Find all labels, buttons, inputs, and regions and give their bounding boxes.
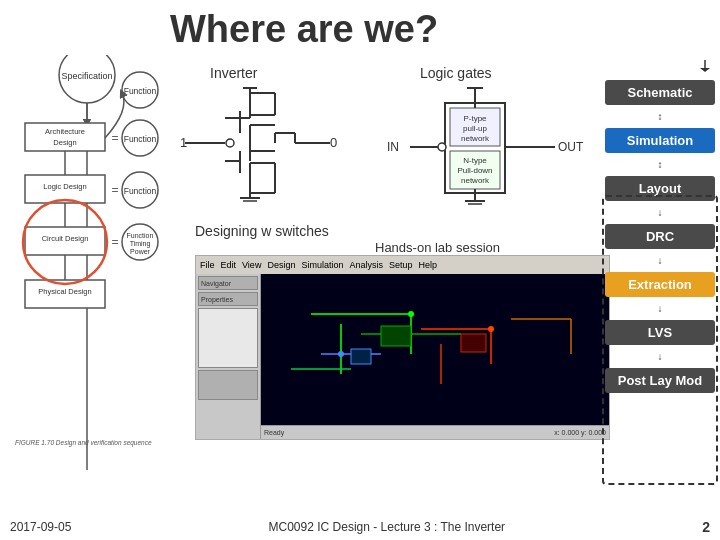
date-label: 2017-09-05 [10, 520, 71, 534]
svg-text:FIGURE 1.70  Design and verifi: FIGURE 1.70 Design and verification sequ… [15, 439, 152, 447]
svg-text:Specification: Specification [61, 71, 112, 81]
course-label: MC0092 IC Design - Lecture 3 : The Inver… [269, 520, 506, 534]
svg-text:=: = [111, 131, 118, 145]
step-lvs: LVS [605, 320, 715, 345]
svg-text:Logic Design: Logic Design [43, 182, 86, 191]
svg-text:network: network [461, 134, 490, 143]
designing-label: Designing w switches [195, 223, 329, 239]
screenshot-sidebar: Navigator Properties [196, 274, 261, 439]
svg-text:Function: Function [124, 86, 157, 96]
svg-text:Timing: Timing [130, 240, 151, 248]
logic-gates-label: Logic gates [420, 65, 492, 81]
svg-point-93 [338, 351, 344, 357]
bottom-bar: 2017-09-05 MC0092 IC Design - Lecture 3 … [10, 519, 710, 535]
svg-text:P-type: P-type [463, 114, 487, 123]
svg-text:OUT: OUT [558, 140, 584, 154]
svg-text:Physical Design: Physical Design [38, 287, 91, 296]
svg-text:1: 1 [180, 135, 187, 150]
circuit-canvas [261, 274, 609, 425]
svg-text:network: network [461, 176, 490, 185]
svg-rect-89 [461, 334, 486, 352]
svg-rect-79 [261, 274, 609, 425]
svg-rect-90 [351, 349, 371, 364]
svg-point-43 [226, 139, 234, 147]
step-schematic: Schematic [605, 80, 715, 105]
inverter-label: Inverter [210, 65, 257, 81]
step-postlay: Post Lay Mod [605, 368, 715, 393]
step-simulation: Simulation [605, 128, 715, 153]
step-extraction: Extraction [605, 272, 715, 297]
step-drc: DRC [605, 224, 715, 249]
svg-marker-98 [700, 68, 710, 72]
svg-text:Pull-down: Pull-down [457, 166, 492, 175]
svg-point-91 [408, 311, 414, 317]
step-layout: Layout [605, 176, 715, 201]
right-sidebar: Schematic ↕ Simulation ↕ Layout ↓ DRC ↓ … [600, 55, 720, 398]
svg-rect-88 [381, 326, 411, 346]
svg-text:IN: IN [387, 140, 399, 154]
page-title: Where are we? [170, 8, 438, 51]
svg-text:Circuit Design: Circuit Design [42, 234, 89, 243]
svg-text:Function: Function [124, 186, 157, 196]
svg-text:=: = [111, 183, 118, 197]
svg-text:Design: Design [53, 138, 76, 147]
svg-text:Function: Function [124, 134, 157, 144]
svg-text:Architecture: Architecture [45, 127, 85, 136]
screenshot-toolbar: FileEditViewDesignSimulationAnalysisSetu… [196, 256, 609, 274]
svg-text:pull-up: pull-up [463, 124, 488, 133]
screenshot-status-bar: Ready x: 0.000 y: 0.000 [261, 425, 609, 439]
center-area: Inverter Logic gates 1 0 [165, 55, 655, 475]
svg-text:0: 0 [330, 135, 337, 150]
eda-screenshot: FileEditViewDesignSimulationAnalysisSetu… [195, 255, 610, 440]
svg-point-92 [488, 326, 494, 332]
svg-text:Power: Power [130, 248, 151, 255]
page-number: 2 [702, 519, 710, 535]
svg-text:=: = [111, 235, 118, 249]
logic-gate-diagram: IN P-type pull-up network N-type Pull-do… [385, 83, 605, 213]
svg-text:N-type: N-type [463, 156, 487, 165]
hands-on-label: Hands-on lab session [375, 240, 500, 255]
svg-point-71 [438, 143, 446, 151]
inverter-diagram: 1 0 [175, 83, 345, 203]
svg-text:Function: Function [127, 232, 154, 239]
flow-diagram: Specification Architecture Design = Func… [10, 55, 165, 475]
